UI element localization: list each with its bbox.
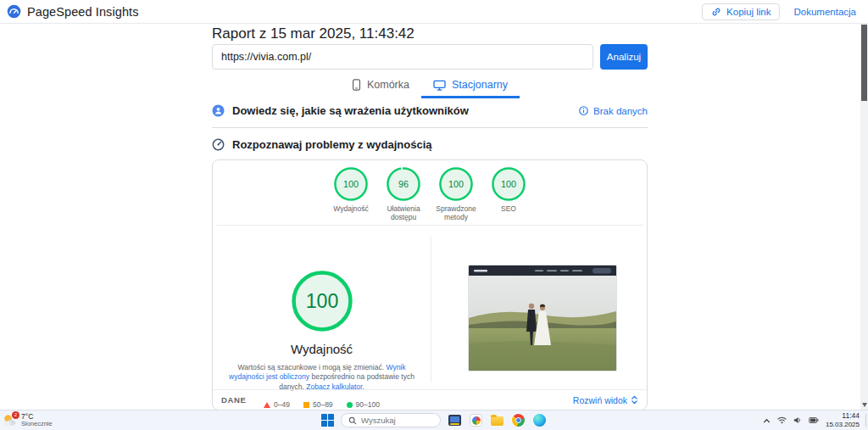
- gauge-label: Sprawdzone metody: [426, 204, 486, 221]
- notification-badge: 2: [12, 411, 19, 419]
- windows-logo-icon: [321, 421, 327, 427]
- users-icon: [212, 104, 225, 117]
- windows-logo-icon: [321, 414, 327, 420]
- device-tabs: Komórka Stacjonarny: [212, 73, 648, 98]
- search-icon: [348, 416, 357, 425]
- copy-link-label: Kopiuj link: [726, 7, 771, 17]
- gauge-ring: 100: [334, 167, 368, 201]
- lighthouse-card: 100 Wydajność 96 Ułatwienia dostępu: [212, 159, 648, 410]
- perf-section-header: Rozpoznawaj problemy z wydajnością: [212, 138, 648, 151]
- topbar-actions: Kopiuj link Dokumentacja: [702, 3, 856, 20]
- windows-logo-icon: [328, 421, 334, 427]
- taskbar-weather-widget[interactable]: 2 7°C Słonecznie: [3, 410, 53, 430]
- card-vertical-divider: [431, 237, 431, 383]
- tab-desktop[interactable]: Stacjonarny: [421, 73, 520, 98]
- desktop-screen: PageSpeed Insights Kopiuj link Dokumenta…: [0, 0, 868, 430]
- site-screenshot-thumbnail: [468, 265, 617, 371]
- site-screenshot-image: [469, 265, 616, 371]
- app-title: PageSpeed Insights: [27, 5, 139, 19]
- disclaimer-text-1: Wartości są szacunkowe i mogą się zmieni…: [237, 363, 386, 371]
- report-title: Raport z 15 mar 2025, 11:43:42: [212, 25, 415, 42]
- system-tray: 11:44 15.03.2025: [763, 410, 860, 430]
- ux-section-title: Dowiedz się, jakie są wrażenia użytkowni…: [232, 104, 469, 117]
- svg-text:96: 96: [398, 179, 409, 189]
- gauge-accessibility[interactable]: 96 Ułatwienia dostępu: [377, 167, 430, 221]
- documentation-link[interactable]: Dokumentacja: [793, 7, 856, 17]
- taskbar-search[interactable]: [341, 413, 441, 427]
- card-divider: [216, 225, 643, 226]
- weather-condition: Słonecznie: [21, 421, 53, 427]
- url-row: Analizuj: [212, 44, 648, 70]
- link-icon: [711, 7, 721, 17]
- page-scrollbar[interactable]: [860, 24, 868, 410]
- windows-taskbar: 2 7°C Słonecznie: [0, 410, 868, 430]
- analyze-button[interactable]: Analizuj: [600, 44, 648, 70]
- gauge-label: Ułatwienia dostępu: [374, 204, 433, 221]
- scrollbar-thumb[interactable]: [861, 25, 867, 101]
- taskbar-clock[interactable]: 11:44 15.03.2025: [826, 412, 860, 428]
- report-content: Raport z 15 mar 2025, 11:43:42 Analizuj …: [212, 24, 648, 410]
- performance-summary: 100 Wydajność Wartości są szacunkowe i m…: [213, 237, 431, 409]
- tab-mobile-label: Komórka: [367, 79, 409, 91]
- clock-date: 15.03.2025: [826, 421, 860, 428]
- file-explorer-icon[interactable]: [490, 413, 504, 427]
- gauge-seo[interactable]: 100 SEO: [482, 167, 535, 221]
- svg-text:100: 100: [305, 290, 338, 312]
- ux-section-header: Dowiedz się, jakie są wrażenia użytkowni…: [212, 104, 648, 117]
- wifi-icon[interactable]: [777, 416, 787, 424]
- perf-section-title: Rozpoznawaj problemy z wydajnością: [232, 138, 432, 151]
- tab-mobile[interactable]: Komórka: [340, 73, 421, 98]
- photos-app-icon[interactable]: [469, 413, 483, 427]
- weather-text: 7°C Słonecznie: [21, 413, 53, 428]
- speaker-icon[interactable]: [793, 416, 802, 424]
- psi-logo[interactable]: PageSpeed Insights: [7, 4, 139, 19]
- desktop-icon: [433, 80, 446, 91]
- data-section-label: DANE: [221, 395, 246, 405]
- tab-desktop-label: Stacjonarny: [452, 79, 508, 91]
- copy-link-button[interactable]: Kopiuj link: [702, 3, 780, 20]
- score-disclaimer: Wartości są szacunkowe i mogą się zmieni…: [228, 363, 416, 392]
- svg-text:100: 100: [448, 179, 464, 189]
- speedometer-icon: [212, 138, 225, 151]
- info-icon: [579, 106, 588, 115]
- gauge-ring: 100: [492, 167, 526, 201]
- chrome-icon[interactable]: [511, 413, 526, 427]
- taskbar-center: [321, 410, 547, 430]
- gauge-label: Wydajność: [321, 204, 381, 213]
- gauge-label: SEO: [479, 204, 538, 213]
- weather-icon-wrap: 2: [3, 413, 17, 427]
- phone-icon: [352, 79, 361, 91]
- expand-view-label: Rozwiń widok: [573, 395, 627, 405]
- monitor-app-icon[interactable]: [448, 413, 462, 427]
- scrollbar-down-arrow[interactable]: [862, 403, 867, 407]
- tray-chevron-up-icon[interactable]: [763, 418, 771, 423]
- clock-time: 11:44: [826, 412, 860, 421]
- main-performance-gauge: 100: [292, 271, 353, 332]
- start-button[interactable]: [321, 414, 334, 427]
- gauge-ring: 96: [387, 167, 420, 201]
- expand-view-link[interactable]: Rozwiń widok: [573, 395, 638, 405]
- unfold-more-icon: [631, 395, 638, 405]
- main-gauge-label: Wydajność: [213, 342, 431, 356]
- no-data-status[interactable]: Brak danych: [579, 106, 648, 116]
- card-footer: DANE Rozwiń widok: [213, 389, 647, 410]
- category-gauges: 100 Wydajność 96 Ułatwienia dostępu: [213, 167, 647, 221]
- section-divider: [212, 127, 648, 128]
- gauge-performance[interactable]: 100 Wydajność: [325, 167, 377, 221]
- windows-logo-icon: [328, 414, 334, 420]
- psi-topbar: PageSpeed Insights Kopiuj link Dokumenta…: [0, 0, 868, 24]
- gauge-best-practices[interactable]: 100 Sprawdzone metody: [430, 167, 482, 221]
- taskbar-search-input[interactable]: [361, 416, 429, 425]
- gauge-ring: 100: [439, 167, 473, 201]
- no-data-label: Brak danych: [593, 106, 648, 116]
- svg-text:100: 100: [501, 179, 516, 189]
- edge-icon[interactable]: [532, 413, 547, 427]
- battery-icon[interactable]: [809, 417, 819, 423]
- url-input[interactable]: [212, 44, 593, 70]
- pagespeed-logo-icon: [7, 4, 21, 19]
- svg-text:100: 100: [343, 179, 359, 189]
